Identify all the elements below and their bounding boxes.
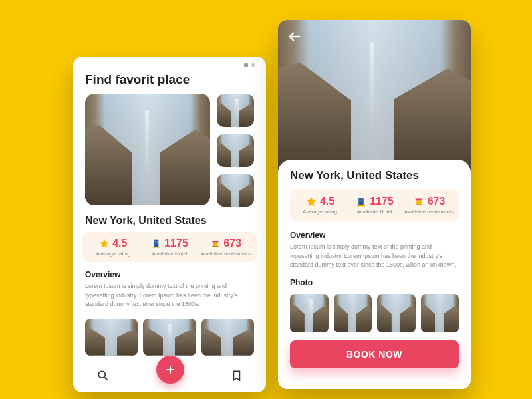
photo-thumb[interactable] bbox=[143, 319, 196, 356]
svg-rect-16 bbox=[360, 201, 361, 202]
svg-rect-5 bbox=[153, 247, 160, 247]
stat-rating: 4.5 Average rating bbox=[85, 237, 142, 257]
svg-rect-4 bbox=[157, 243, 158, 243]
svg-point-8 bbox=[98, 371, 105, 378]
stats-bar: 4.5 Average rating 1175 Available Hotel bbox=[290, 189, 459, 221]
building-icon bbox=[355, 196, 367, 207]
overview-heading: Overview bbox=[73, 262, 266, 282]
stat-label: Available Hotel bbox=[142, 251, 198, 257]
stat-value: 673 bbox=[428, 196, 446, 207]
stat-hotels: 1175 Available Hotel bbox=[142, 237, 198, 257]
place-title: New York, United States bbox=[290, 169, 459, 182]
svg-line-9 bbox=[105, 377, 108, 380]
photo-thumb[interactable] bbox=[334, 294, 372, 332]
stat-restaurants: 673 Available restaurants bbox=[198, 237, 254, 257]
stat-value: 4.5 bbox=[320, 196, 334, 207]
svg-rect-1 bbox=[155, 241, 156, 241]
place-title: New York, United States bbox=[73, 207, 266, 232]
back-button[interactable] bbox=[287, 29, 302, 44]
thumb-image[interactable] bbox=[217, 174, 254, 207]
stat-label: Average rating bbox=[293, 209, 347, 215]
bottom-nav bbox=[73, 358, 266, 392]
building-icon bbox=[151, 238, 162, 249]
page-indicator bbox=[244, 63, 255, 67]
detail-sheet: New York, United States 4.5 Average rati… bbox=[278, 160, 471, 389]
svg-rect-2 bbox=[157, 241, 158, 241]
thumb-image[interactable] bbox=[217, 94, 254, 127]
bookmark-icon[interactable] bbox=[231, 369, 243, 382]
photo-thumb[interactable] bbox=[377, 294, 416, 332]
photo-thumb[interactable] bbox=[201, 319, 254, 356]
stat-label: Average rating bbox=[85, 251, 142, 257]
book-now-button[interactable]: BOOK NOW bbox=[290, 340, 459, 368]
svg-rect-19 bbox=[416, 201, 422, 205]
svg-rect-17 bbox=[362, 201, 363, 202]
stat-hotels: 1175 Available Hotel bbox=[347, 196, 402, 215]
thumb-image[interactable] bbox=[217, 134, 254, 167]
svg-rect-6 bbox=[213, 243, 218, 246]
svg-rect-15 bbox=[362, 199, 363, 200]
search-icon[interactable] bbox=[96, 369, 110, 382]
svg-rect-20 bbox=[415, 205, 422, 206]
stat-label: Available Hotel bbox=[347, 209, 402, 215]
svg-rect-0 bbox=[154, 240, 159, 247]
stat-rating: 4.5 Average rating bbox=[293, 196, 347, 215]
svg-rect-3 bbox=[155, 243, 156, 243]
stats-bar: 4.5 Average rating 1175 Available Hotel … bbox=[82, 232, 257, 262]
overview-heading: Overview bbox=[290, 228, 459, 243]
screen-find-place: Find favorit place New York, United Stat… bbox=[73, 57, 266, 392]
svg-rect-7 bbox=[213, 246, 219, 247]
photo-thumb[interactable] bbox=[85, 319, 138, 356]
svg-rect-14 bbox=[360, 199, 361, 200]
stat-label: Available restaurants bbox=[402, 209, 456, 215]
stat-restaurants: 673 Available restaurants bbox=[402, 196, 456, 215]
svg-rect-13 bbox=[358, 198, 364, 205]
stat-value: 4.5 bbox=[112, 237, 127, 249]
screen-place-detail: New York, United States 4.5 Average rati… bbox=[278, 20, 471, 389]
stat-value: 1175 bbox=[370, 196, 394, 207]
food-stall-icon bbox=[413, 196, 425, 207]
star-icon bbox=[99, 238, 110, 249]
star-icon bbox=[305, 196, 317, 207]
overview-text: Lorem Ipsum is simply dummy text of the … bbox=[290, 243, 459, 270]
stat-label: Available restaurants bbox=[198, 251, 254, 257]
photo-heading: Photo bbox=[290, 275, 459, 290]
stat-value: 673 bbox=[223, 237, 241, 249]
photo-thumb[interactable] bbox=[290, 294, 329, 332]
page-title: Find favorit place bbox=[73, 57, 266, 94]
add-button[interactable] bbox=[156, 356, 184, 384]
photo-thumb[interactable] bbox=[421, 294, 460, 332]
hero-image[interactable] bbox=[85, 94, 210, 205]
food-stall-icon bbox=[210, 238, 221, 249]
stat-value: 1175 bbox=[164, 237, 188, 249]
hero-image bbox=[278, 20, 471, 172]
svg-rect-18 bbox=[357, 205, 365, 207]
overview-text: Lorem Ipsum is simply dummy text of the … bbox=[73, 282, 266, 309]
